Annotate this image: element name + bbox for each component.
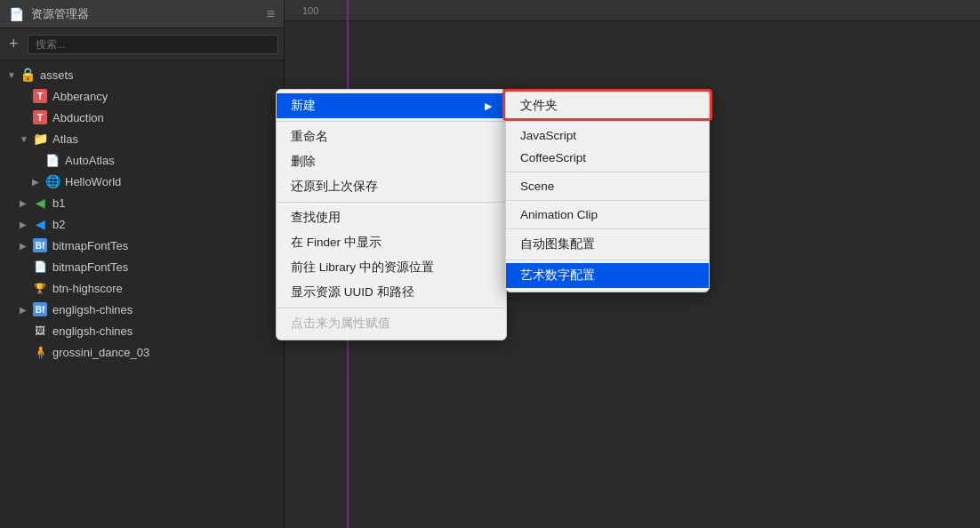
tree-item-b2[interactable]: ▶ ◀ b2 xyxy=(0,213,284,235)
autoatlas-label: AutoAtlas xyxy=(65,154,115,167)
submenu-arrow: ▶ xyxy=(485,100,492,112)
menu-label-revert: 还原到上次保存 xyxy=(291,179,378,195)
menu-label-uuid: 显示资源 UUID 和路径 xyxy=(291,284,414,300)
tree-item-engligsh1[interactable]: ▶ Bf engligsh-chines xyxy=(0,299,284,320)
menu2-label-javascript: JavaScript xyxy=(520,129,576,142)
helloworld-icon: 🌐 xyxy=(44,173,60,189)
file-tree: ▼ 🔒 assets T Abberancy T Abdu xyxy=(0,60,284,528)
tree-item-b1[interactable]: ▶ ◀ b1 xyxy=(0,192,284,213)
menu2-item-auto-atlas[interactable]: 自动图集配置 xyxy=(506,232,709,257)
tree-item-abduction[interactable]: T Abduction xyxy=(0,107,284,128)
menu2-label-animation-clip: Animation Clip xyxy=(520,208,598,221)
tree-item-btn-highscore[interactable]: 🏆 btn-highscore xyxy=(0,277,284,299)
abduction-icon: T xyxy=(32,109,48,125)
grossini-icon: 🧍 xyxy=(32,344,48,360)
context-menu-1: 新建 ▶ 重命名 删除 还原到上次保存 查找使用 在 Finder 中显示 前往… xyxy=(276,89,507,340)
tree-item-helloworld[interactable]: ▶ 🌐 HelloWorld xyxy=(0,171,284,192)
menu-item-rename[interactable]: 重命名 xyxy=(277,124,506,149)
menu2-label-scene: Scene xyxy=(520,180,554,193)
bitmapfont2-label: bitmapFontTes xyxy=(52,260,128,274)
menu-item-uuid[interactable]: 显示资源 UUID 和路径 xyxy=(277,280,506,305)
tree-item-assets[interactable]: ▼ 🔒 assets xyxy=(0,64,284,85)
tree-item-grossini[interactable]: 🧍 grossini_dance_03 xyxy=(0,341,284,363)
context-menu-2: 文件夹 JavaScript CoffeeScript Scene Animat… xyxy=(505,89,710,292)
menu-label-find: 查找使用 xyxy=(291,210,341,226)
engligsh2-label: engligsh-chines xyxy=(52,324,133,338)
tree-item-bitmapfont2[interactable]: 📄 bitmapFontTes xyxy=(0,256,284,277)
arrow-bitmapfont1: ▶ xyxy=(20,241,32,251)
atlas-label: Atlas xyxy=(52,132,78,146)
grossini-label: grossini_dance_03 xyxy=(52,346,149,359)
menu-item-new[interactable]: 新建 ▶ xyxy=(277,93,506,118)
add-button[interactable]: + xyxy=(5,33,22,55)
abduction-label: Abduction xyxy=(52,111,104,124)
menu-label-assign: 点击来为属性赋值 xyxy=(291,316,390,332)
bitmapfont2-icon: 📄 xyxy=(32,259,48,275)
panel-title: 资源管理器 xyxy=(31,6,89,22)
menu2-item-scene[interactable]: Scene xyxy=(506,175,709,197)
panel-header: 📄 资源管理器 ≡ xyxy=(0,0,284,28)
atlas-icon: 📁 xyxy=(32,131,48,147)
separator-1 xyxy=(277,121,506,122)
tree-item-atlas[interactable]: ▼ 📁 Atlas xyxy=(0,128,284,149)
bitmapfont1-icon: Bf xyxy=(32,237,48,253)
menu-item-assign: 点击来为属性赋值 xyxy=(277,311,506,336)
autoatlas-icon: 📄 xyxy=(44,152,60,168)
abberancy-icon: T xyxy=(32,88,48,104)
menu-label-finder: 在 Finder 中显示 xyxy=(291,235,382,251)
menu-item-revert[interactable]: 还原到上次保存 xyxy=(277,174,506,199)
arrow-helloworld: ▶ xyxy=(32,177,44,187)
marker-100-1: 100 xyxy=(302,5,318,16)
menu2-item-folder[interactable]: 文件夹 xyxy=(506,93,709,118)
menu2-item-art-number[interactable]: 艺术数字配置 xyxy=(506,263,709,288)
menu-item-find[interactable]: 查找使用 xyxy=(277,205,506,230)
tree-item-bitmapfont1[interactable]: ▶ Bf bitmapFontTes xyxy=(0,235,284,256)
arrow-b1: ▶ xyxy=(20,198,32,208)
b1-label: b1 xyxy=(52,196,65,210)
arrow-engligsh1: ▶ xyxy=(20,305,32,315)
tree-item-engligsh2[interactable]: 🖼 engligsh-chines xyxy=(0,320,284,341)
separator-2 xyxy=(277,202,506,203)
b2-icon: ◀ xyxy=(32,216,48,232)
panel-menu-icon[interactable]: ≡ xyxy=(267,6,275,22)
separator2-5 xyxy=(506,260,709,260)
asset-panel: 📄 资源管理器 ≡ + ▼ 🔒 assets T A xyxy=(0,0,285,528)
arrow-atlas: ▼ xyxy=(20,134,32,144)
menu2-label-folder: 文件夹 xyxy=(520,98,558,114)
tree-item-abberancy[interactable]: T Abberancy xyxy=(0,85,284,107)
menu2-label-coffeescript: CoffeeScript xyxy=(520,151,586,164)
helloworld-label: HelloWorld xyxy=(65,175,121,188)
menu2-item-animation-clip[interactable]: Animation Clip xyxy=(506,204,709,226)
tree-item-autoatlas[interactable]: 📄 AutoAtlas xyxy=(0,149,284,171)
menu-label-new: 新建 xyxy=(291,98,316,114)
separator2-2 xyxy=(506,172,709,172)
engligsh1-icon: Bf xyxy=(32,301,48,317)
separator2-3 xyxy=(506,200,709,201)
menu2-item-javascript[interactable]: JavaScript xyxy=(506,124,709,147)
menu-item-delete[interactable]: 删除 xyxy=(277,149,506,174)
menu-item-finder[interactable]: 在 Finder 中显示 xyxy=(277,230,506,255)
timeline-ruler: 100 xyxy=(285,0,980,21)
arrow-assets: ▼ xyxy=(7,70,20,80)
separator2-4 xyxy=(506,228,709,229)
assets-label: assets xyxy=(40,68,74,82)
menu2-item-coffeescript[interactable]: CoffeeScript xyxy=(506,147,709,169)
assets-icon: 🔒 xyxy=(20,67,36,83)
panel-icon: 📄 xyxy=(9,7,24,21)
b1-icon: ◀ xyxy=(32,195,48,211)
bitmapfont1-label: bitmapFontTes xyxy=(52,239,128,252)
separator-3 xyxy=(277,308,506,308)
menu2-label-art-number: 艺术数字配置 xyxy=(520,268,595,284)
separator2-1 xyxy=(506,121,709,122)
engligsh1-label: engligsh-chines xyxy=(52,303,133,316)
btn-highscore-label: btn-highscore xyxy=(52,282,123,295)
menu-label-rename: 重命名 xyxy=(291,129,328,145)
toolbar: + xyxy=(0,28,284,60)
b2-label: b2 xyxy=(52,218,65,231)
engligsh2-icon: 🖼 xyxy=(32,323,48,339)
menu-item-library[interactable]: 前往 Library 中的资源位置 xyxy=(277,255,506,280)
menu-label-delete: 删除 xyxy=(291,154,316,170)
menu2-label-auto-atlas: 自动图集配置 xyxy=(520,236,595,252)
abberancy-label: Abberancy xyxy=(52,90,108,103)
search-input[interactable] xyxy=(28,35,278,54)
